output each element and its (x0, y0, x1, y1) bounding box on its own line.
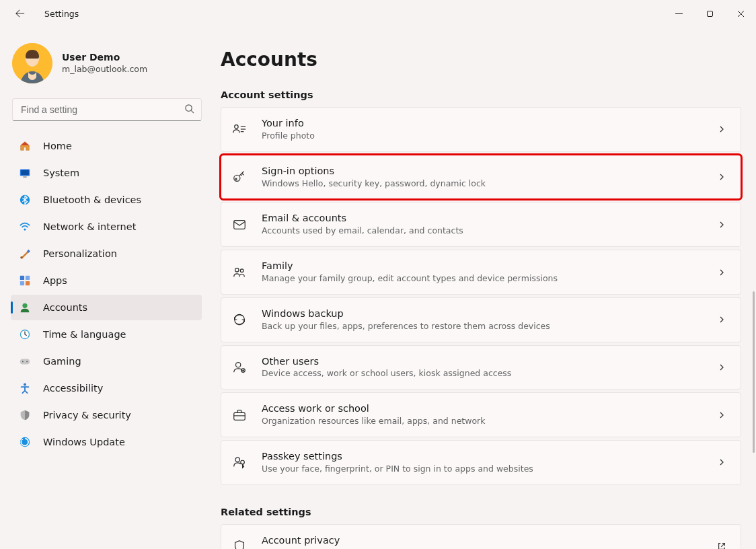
card-title: Your info (262, 117, 715, 130)
minimize-button[interactable] (663, 0, 694, 27)
gaming-icon (17, 354, 32, 369)
svg-point-19 (26, 361, 28, 363)
svg-point-37 (235, 458, 239, 462)
nav-list: Home System Bluetooth & devices Network … (11, 133, 202, 455)
nav-label: Accessibility (43, 383, 103, 394)
svg-rect-17 (20, 359, 30, 364)
card-title: Family (262, 260, 715, 272)
search-box[interactable] (12, 98, 202, 121)
nav-home[interactable]: Home (11, 133, 202, 159)
passkey-icon (231, 453, 248, 471)
network-icon (17, 219, 32, 234)
svg-point-38 (241, 461, 245, 465)
svg-point-22 (235, 125, 239, 129)
svg-rect-13 (26, 281, 30, 285)
chevron-right-icon (715, 361, 728, 374)
card-passkey[interactable]: Passkey settings Use your face, fingerpr… (221, 440, 741, 485)
svg-point-14 (22, 303, 27, 308)
your-info-icon (231, 120, 248, 138)
nav-bluetooth[interactable]: Bluetooth & devices (11, 187, 202, 213)
card-other-users[interactable]: Other users Device access, work or schoo… (221, 345, 741, 390)
card-title: Account privacy (262, 534, 715, 547)
personalization-icon (17, 246, 32, 261)
card-family[interactable]: Family Manage your family group, edit ac… (221, 250, 741, 295)
chevron-right-icon (715, 218, 728, 231)
svg-point-7 (24, 228, 26, 230)
nav-label: Apps (43, 275, 67, 286)
card-title: Windows backup (262, 307, 715, 320)
user-email: m_lab@outlook.com (62, 63, 147, 75)
nav-label: Time & language (43, 329, 126, 340)
card-title: Sign-in options (262, 165, 715, 178)
chevron-right-icon (715, 313, 728, 326)
card-work-school[interactable]: Access work or school Organization resou… (221, 392, 741, 437)
nav-update[interactable]: Windows Update (11, 429, 202, 455)
card-desc: Profile photo (262, 131, 715, 142)
card-signin-options[interactable]: Sign-in options Windows Hello, security … (221, 155, 741, 200)
nav-system[interactable]: System (11, 160, 202, 186)
user-text: User Demo m_lab@outlook.com (62, 52, 147, 75)
nav-accounts[interactable]: Accounts (11, 295, 202, 320)
card-email-accounts[interactable]: Email & accounts Accounts used by email,… (221, 202, 741, 247)
svg-point-26 (234, 175, 240, 181)
page-title: Accounts (221, 48, 741, 71)
nav-time[interactable]: Time & language (11, 322, 202, 347)
shield-icon (231, 538, 248, 549)
nav-privacy[interactable]: Privacy & security (11, 402, 202, 428)
avatar (12, 43, 52, 83)
briefcase-icon (231, 406, 248, 424)
nav-apps[interactable]: Apps (11, 268, 202, 293)
nav-label: Bluetooth & devices (43, 194, 141, 205)
svg-rect-4 (21, 170, 29, 175)
section-heading-related: Related settings (221, 507, 741, 517)
nav-accessibility[interactable]: Accessibility (11, 375, 202, 401)
card-desc: Windows Hello, security key, password, d… (262, 178, 715, 190)
maximize-button[interactable] (694, 0, 725, 27)
nav-label: Accounts (43, 302, 87, 313)
nav-label: Home (43, 141, 72, 151)
chevron-right-icon (715, 266, 728, 279)
nav-label: Personalization (43, 248, 117, 259)
card-account-privacy[interactable]: Account privacy View your privacy dashbo… (221, 524, 741, 549)
scrollbar-thumb[interactable] (753, 291, 755, 453)
svg-rect-10 (20, 276, 24, 280)
accounts-icon (17, 300, 32, 315)
card-desc: Device access, work or school users, kio… (262, 368, 715, 379)
nav-label: System (43, 168, 79, 178)
nav-label: Privacy & security (43, 410, 131, 420)
card-title: Access work or school (262, 402, 715, 415)
other-users-icon (231, 359, 248, 376)
svg-point-18 (22, 361, 24, 363)
svg-rect-12 (20, 281, 24, 285)
user-block[interactable]: User Demo m_lab@outlook.com (11, 39, 200, 96)
nav-label: Windows Update (43, 437, 125, 447)
backup-icon (231, 311, 248, 328)
chevron-right-icon (715, 122, 728, 136)
card-desc: Use your face, fingerprint, or PIN to si… (262, 464, 715, 475)
nav-network[interactable]: Network & internet (11, 214, 202, 240)
svg-rect-35 (234, 412, 245, 420)
svg-point-20 (24, 383, 26, 386)
sidebar: User Demo m_lab@outlook.com Home (0, 27, 209, 549)
back-button[interactable] (11, 4, 30, 23)
card-title: Other users (262, 355, 715, 368)
title-bar: Settings (0, 0, 756, 27)
card-your-info[interactable]: Your info Profile photo (221, 107, 741, 152)
time-icon (17, 327, 32, 342)
svg-point-31 (236, 363, 241, 367)
search-icon (184, 104, 194, 116)
svg-point-9 (20, 256, 23, 259)
svg-point-30 (240, 268, 243, 272)
nav-label: Network & internet (43, 221, 136, 232)
svg-point-27 (235, 178, 237, 180)
card-title: Passkey settings (262, 450, 715, 463)
card-title: Email & accounts (262, 212, 715, 225)
nav-gaming[interactable]: Gaming (11, 349, 202, 374)
external-link-icon (715, 540, 728, 549)
nav-personalization[interactable]: Personalization (11, 241, 202, 266)
search-input[interactable] (20, 104, 184, 116)
card-desc: Manage your family group, edit account t… (262, 273, 715, 285)
card-windows-backup[interactable]: Windows backup Back up your files, apps,… (221, 297, 741, 342)
close-button[interactable] (725, 0, 756, 27)
main-content: Accounts Account settings Your info Prof… (209, 27, 756, 549)
